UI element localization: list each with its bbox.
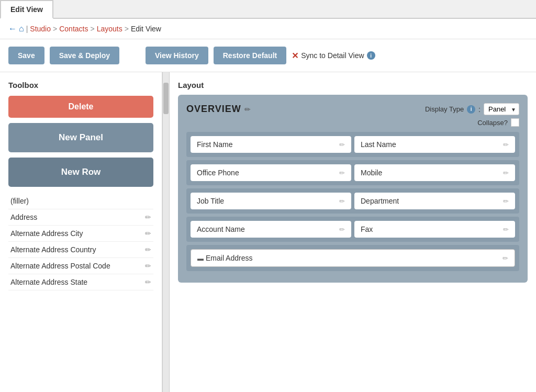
pencil-icon[interactable]: ✏ [145, 213, 151, 221]
list-item[interactable]: Alternate Address City ✏ [8, 226, 153, 242]
breadcrumb-studio[interactable]: Studio [30, 25, 51, 33]
collapse-checkbox[interactable] [511, 118, 519, 127]
pencil-icon[interactable]: ✏ [503, 226, 509, 233]
address-label: Address [10, 213, 37, 221]
overview-header-row: OVERVIEW ✏ Display Type i : Panel [186, 103, 519, 115]
field-cell-department[interactable]: Department ✏ [354, 193, 515, 209]
display-type-select[interactable]: Panel [484, 103, 519, 115]
breadcrumb: ← ⌂ | Studio > Contacts > Layouts > Edit… [0, 19, 536, 39]
field-cell-office-phone[interactable]: Office Phone ✏ [191, 164, 351, 181]
home-icon[interactable]: ⌂ [19, 24, 24, 33]
list-item[interactable]: Alternate Address State ✏ [8, 274, 153, 290]
alt-address-postal-label: Alternate Address Postal Code [10, 262, 110, 270]
alt-address-state-label: Alternate Address State [10, 278, 87, 286]
pencil-icon[interactable]: ✏ [502, 254, 508, 262]
sync-info-icon[interactable]: i [367, 51, 375, 60]
field-cell-mobile[interactable]: Mobile ✏ [354, 164, 515, 181]
back-arrow[interactable]: ← [8, 24, 17, 33]
toolbar: Save Save & Deploy View History Restore … [0, 39, 536, 72]
save-button[interactable]: Save [8, 47, 44, 64]
field-row: ▬Email Address ✏ [186, 245, 519, 271]
sync-detail-view: ✕ Sync to Detail View i [292, 51, 375, 61]
tab-bar: Edit View [0, 0, 536, 19]
field-row: Account Name ✏ Fax ✏ [186, 217, 519, 242]
breadcrumb-layouts[interactable]: Layouts [97, 25, 122, 33]
save-deploy-button[interactable]: Save & Deploy [50, 47, 119, 64]
delete-button[interactable]: Delete [8, 96, 153, 118]
breadcrumb-arrow2: > [90, 25, 94, 33]
pencil-icon[interactable]: ✏ [503, 197, 509, 205]
pencil-icon[interactable]: ✏ [145, 262, 151, 270]
field-row: First Name ✏ Last Name ✏ [186, 132, 519, 157]
breadcrumb-arrow3: > [125, 25, 129, 33]
pencil-icon[interactable]: ✏ [503, 169, 509, 177]
field-row: Job Title ✏ Department ✏ [186, 188, 519, 214]
toolbox-title: Toolbox [8, 81, 153, 89]
layout-title: Layout [178, 81, 528, 89]
list-item[interactable]: (filler) [8, 193, 153, 209]
account-name-label: Account Name [197, 225, 245, 233]
alt-address-country-label: Alternate Address Country [10, 245, 96, 254]
first-name-label: First Name [197, 140, 232, 149]
scrollbar-thumb[interactable] [163, 83, 169, 114]
field-cell-job-title[interactable]: Job Title ✏ [191, 193, 351, 209]
field-cell-first-name[interactable]: First Name ✏ [191, 136, 351, 153]
breadcrumb-separator: | [26, 25, 28, 33]
office-phone-label: Office Phone [197, 169, 239, 177]
view-history-button[interactable]: View History [146, 47, 208, 64]
display-type-row: Display Type i : Panel [425, 103, 519, 115]
breadcrumb-current: Edit View [131, 25, 161, 33]
filler-label: (filler) [10, 197, 29, 205]
pencil-icon[interactable]: ✏ [339, 197, 345, 205]
new-row-button[interactable]: New Row [8, 158, 153, 187]
new-panel-button[interactable]: New Panel [8, 123, 153, 152]
display-type-info-icon[interactable]: i [467, 105, 475, 114]
toolbox-panel: Toolbox Delete New Panel New Row (filler… [0, 72, 162, 392]
layout-panel: Layout OVERVIEW ✏ Display Type i : Panel [170, 72, 536, 392]
overview-title: OVERVIEW [186, 104, 241, 115]
list-item[interactable]: Alternate Address Postal Code ✏ [8, 258, 153, 274]
list-item[interactable]: Alternate Address Country ✏ [8, 242, 153, 258]
breadcrumb-arrow1: > [53, 25, 57, 33]
pencil-icon[interactable]: ✏ [339, 226, 345, 233]
pencil-icon[interactable]: ✏ [339, 169, 345, 177]
list-item[interactable]: Address ✏ [8, 209, 153, 226]
collapse-label: Collapse? [477, 119, 508, 127]
email-minus-icon: ▬ [197, 255, 204, 262]
sync-label[interactable]: Sync to Detail View [301, 51, 364, 60]
pencil-icon[interactable]: ✏ [339, 141, 345, 149]
main-content: Toolbox Delete New Panel New Row (filler… [0, 72, 536, 392]
breadcrumb-contacts[interactable]: Contacts [59, 25, 88, 33]
collapse-row: Collapse? [186, 118, 519, 127]
display-type-colon: : [478, 105, 481, 114]
overview-pencil-icon[interactable]: ✏ [244, 105, 251, 114]
overview-box: OVERVIEW ✏ Display Type i : Panel Collap… [178, 95, 528, 283]
tab-edit-view[interactable]: Edit View [0, 0, 53, 19]
field-cell-last-name[interactable]: Last Name ✏ [354, 136, 515, 153]
fax-label: Fax [361, 225, 373, 233]
job-title-label: Job Title [197, 197, 224, 205]
sync-x-icon: ✕ [292, 51, 298, 61]
field-cell-account-name[interactable]: Account Name ✏ [191, 221, 351, 238]
restore-default-button[interactable]: Restore Default [214, 47, 286, 64]
display-type-label: Display Type [425, 105, 464, 113]
pencil-icon[interactable]: ✏ [503, 141, 509, 149]
field-cell-fax[interactable]: Fax ✏ [354, 221, 515, 238]
toolbox-items-list: (filler) Address ✏ Alternate Address Cit… [8, 193, 153, 290]
alt-address-city-label: Alternate Address City [10, 229, 83, 238]
email-address-label: ▬Email Address [197, 254, 252, 262]
scroll-divider [162, 72, 170, 392]
field-row: Office Phone ✏ Mobile ✏ [186, 160, 519, 185]
mobile-label: Mobile [361, 169, 382, 177]
pencil-icon[interactable]: ✏ [145, 245, 151, 254]
display-type-select-wrapper[interactable]: Panel [484, 103, 519, 115]
field-cell-email-address[interactable]: ▬Email Address ✏ [191, 249, 515, 267]
pencil-icon[interactable]: ✏ [145, 278, 151, 286]
department-label: Department [361, 197, 399, 205]
pencil-icon[interactable]: ✏ [145, 229, 151, 238]
last-name-label: Last Name [361, 140, 396, 149]
